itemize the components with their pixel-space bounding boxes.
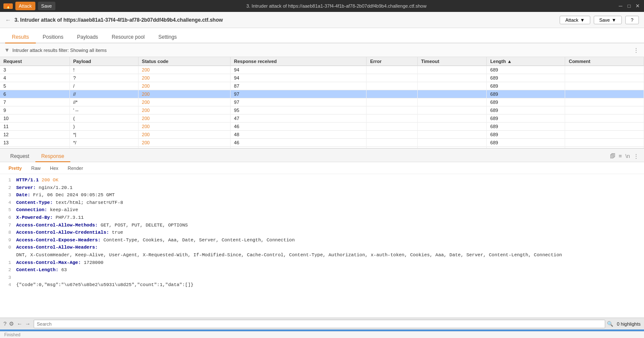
table-row[interactable]: 6//20097689 bbox=[0, 90, 644, 98]
attack-btn-label: Attack bbox=[565, 17, 578, 23]
cell-status: 200 bbox=[138, 98, 230, 106]
table-row[interactable]: 4?20094689 bbox=[0, 74, 644, 82]
newline-icon[interactable]: \n bbox=[624, 152, 631, 160]
prev-button[interactable]: ← bbox=[17, 321, 22, 327]
maximize-button[interactable]: □ bbox=[626, 3, 632, 9]
col-length[interactable]: Length ▲ bbox=[487, 57, 565, 66]
tabs-left: Results Positions Payloads Resource pool… bbox=[5, 32, 639, 43]
table-row[interactable]: 5/20087689 bbox=[0, 82, 644, 90]
col-response[interactable]: Response received bbox=[231, 57, 367, 66]
view-pretty[interactable]: Pretty bbox=[4, 164, 26, 172]
titlebar-left: 🔥 Attack Save bbox=[3, 2, 55, 10]
filter-more-button[interactable]: ⋮ bbox=[632, 46, 640, 54]
grid-icon[interactable]: ≡ bbox=[618, 152, 623, 160]
col-payload[interactable]: Payload bbox=[69, 57, 138, 66]
save-button[interactable]: Save bbox=[38, 2, 55, 10]
tab-resource-pool[interactable]: Resource pool bbox=[105, 32, 151, 43]
table-header: Request Payload Status code Response rec… bbox=[0, 57, 644, 66]
table-row[interactable]: 11)20046689 bbox=[0, 123, 644, 131]
response-line-2: 2 Server: nginx/1.20.1 bbox=[5, 184, 639, 192]
cell-response: 94 bbox=[231, 66, 367, 74]
cell-request: 12 bbox=[0, 131, 69, 139]
cell-status: 200 bbox=[138, 131, 230, 139]
view-raw[interactable]: Raw bbox=[27, 164, 45, 172]
col-request[interactable]: Request bbox=[0, 57, 69, 66]
search-area: 🔍 bbox=[34, 320, 613, 328]
attack-button[interactable]: Attack bbox=[15, 2, 35, 10]
cell-status: 200 bbox=[138, 90, 230, 98]
table-row[interactable]: 3!20094689 bbox=[0, 66, 644, 74]
tab-settings[interactable]: Settings bbox=[151, 32, 183, 43]
back-button[interactable]: ← bbox=[5, 17, 11, 23]
table-row[interactable]: 9' --20095689 bbox=[0, 106, 644, 115]
minimize-button[interactable]: ─ bbox=[618, 3, 624, 9]
cell-payload: ' -- bbox=[69, 106, 138, 115]
results-table: Request Payload Status code Response rec… bbox=[0, 57, 644, 149]
help-button[interactable]: ? bbox=[625, 16, 639, 24]
settings-status-icon[interactable]: ⚙ bbox=[9, 321, 14, 327]
cell-response: 87 bbox=[231, 82, 367, 90]
tab-positions[interactable]: Positions bbox=[36, 32, 70, 43]
cell-response: 97 bbox=[231, 90, 367, 98]
close-button[interactable]: ✕ bbox=[635, 3, 641, 9]
page-title: 3. Intruder attack of https://aaeb81a1-3… bbox=[14, 17, 223, 23]
col-error[interactable]: Error bbox=[367, 57, 418, 66]
cell-response: 46 bbox=[231, 139, 367, 147]
cell-length: 689 bbox=[487, 90, 565, 98]
cell-payload: ? bbox=[69, 74, 138, 82]
tab-request[interactable]: Request bbox=[4, 151, 35, 162]
tab-payloads[interactable]: Payloads bbox=[70, 32, 105, 43]
cell-comment bbox=[565, 115, 644, 123]
table-row[interactable]: 10(20047689 bbox=[0, 115, 644, 123]
panel-tabs-right: 🗐 ≡ \n ⋮ bbox=[609, 152, 640, 162]
cell-response: 95 bbox=[231, 106, 367, 115]
cell-timeout bbox=[418, 123, 487, 131]
cell-length: 689 bbox=[487, 139, 565, 147]
cell-request: 4 bbox=[0, 74, 69, 82]
table-row[interactable]: 7//*20097689 bbox=[0, 98, 644, 106]
top-bar: ← 3. Intruder attack of https://aaeb81a1… bbox=[0, 12, 644, 28]
cell-request: 5 bbox=[0, 82, 69, 90]
status-bar: ? ⚙ ← → 🔍 0 highlights bbox=[0, 318, 644, 329]
cell-comment bbox=[565, 106, 644, 115]
help-status-icon[interactable]: ? bbox=[3, 321, 6, 327]
response-line-5: 5 Connection: keep-alive bbox=[5, 206, 639, 214]
filter-text-area: ▼ Intruder attack results filter: Showin… bbox=[4, 47, 107, 53]
copy-icon[interactable]: 🗐 bbox=[609, 152, 616, 160]
cell-payload: ( bbox=[69, 115, 138, 123]
response-line-8: 8 Access-Control-Allow-Credentials: true bbox=[5, 229, 639, 237]
response-line-13: 3 bbox=[5, 274, 639, 282]
attack-action-button[interactable]: Attack ▼ bbox=[560, 16, 590, 24]
attack-chevron-icon: ▼ bbox=[580, 17, 585, 23]
highlights-count: 0 highlights bbox=[617, 321, 641, 327]
cell-length: 689 bbox=[487, 74, 565, 82]
panel-tabs: Request Response 🗐 ≡ \n ⋮ bbox=[0, 149, 644, 162]
search-input[interactable] bbox=[34, 320, 605, 328]
cell-status: 200 bbox=[138, 139, 230, 147]
table-row[interactable]: 12*|20048689 bbox=[0, 131, 644, 139]
main-window: ← 3. Intruder attack of https://aaeb81a1… bbox=[0, 12, 644, 338]
cell-payload: */ bbox=[69, 139, 138, 147]
next-button[interactable]: → bbox=[25, 321, 30, 327]
more-icon[interactable]: ⋮ bbox=[632, 152, 640, 160]
cell-timeout bbox=[418, 98, 487, 106]
table-row[interactable]: 13*/20046689 bbox=[0, 139, 644, 147]
col-status[interactable]: Status code bbox=[138, 57, 230, 66]
col-comment[interactable]: Comment bbox=[565, 57, 644, 66]
cell-timeout bbox=[418, 106, 487, 115]
response-line-9: 9 Access-Control-Expose-Headers: Content… bbox=[5, 237, 639, 244]
view-hex[interactable]: Hex bbox=[46, 164, 63, 172]
save-action-button[interactable]: Save ▼ bbox=[594, 16, 622, 24]
cell-response: 47 bbox=[231, 115, 367, 123]
view-tabs: Pretty Raw Hex Render bbox=[0, 162, 644, 174]
col-timeout[interactable]: Timeout bbox=[418, 57, 487, 66]
cell-timeout bbox=[418, 90, 487, 98]
cell-error bbox=[367, 106, 418, 115]
cell-request: 3 bbox=[0, 66, 69, 74]
cell-status: 200 bbox=[138, 106, 230, 115]
tab-response[interactable]: Response bbox=[35, 151, 70, 162]
view-render[interactable]: Render bbox=[64, 164, 87, 172]
tab-results[interactable]: Results bbox=[5, 32, 36, 43]
cell-length: 689 bbox=[487, 131, 565, 139]
cell-payload: // bbox=[69, 90, 138, 98]
